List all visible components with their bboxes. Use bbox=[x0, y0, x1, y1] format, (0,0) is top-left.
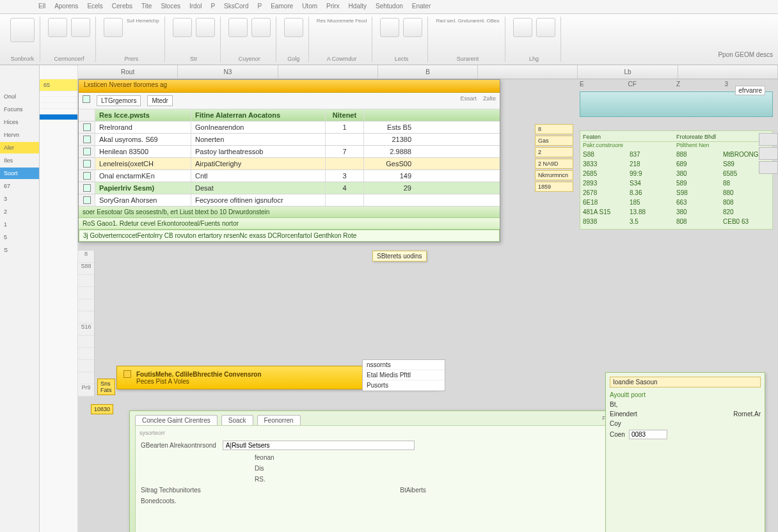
field-label: GBearten Alrekaontnrsond bbox=[141, 442, 216, 449]
conv-side: SnsFats bbox=[97, 379, 115, 395]
tab[interactable]: Hdalty bbox=[349, 3, 367, 13]
ribbon-btn[interactable] bbox=[513, 18, 532, 37]
ribbon-btn[interactable] bbox=[196, 18, 215, 37]
dialog-tab[interactable]: Soack bbox=[221, 415, 253, 425]
ribbon-btn[interactable] bbox=[48, 18, 67, 37]
table-icon bbox=[83, 95, 90, 103]
ribbon-btn[interactable] bbox=[380, 18, 399, 37]
warning-icon bbox=[123, 370, 131, 378]
tab[interactable]: Ecels bbox=[87, 3, 102, 13]
grid-row[interactable]: 268599:93806585 bbox=[583, 169, 770, 178]
tab[interactable]: P bbox=[210, 3, 215, 13]
tab[interactable]: P bbox=[257, 3, 262, 13]
row-numbers: 8S88 S16Pr9 bbox=[78, 251, 95, 396]
ribbon-btn[interactable] bbox=[228, 18, 248, 37]
table-row[interactable]: SoryGran AhorsenFecysoore ofitinen igsnu… bbox=[79, 194, 500, 207]
right-data: E CF Z 3 efrvanre 8 Gas 2 2 NA9D Nkrrorm… bbox=[535, 79, 778, 367]
grid-row[interactable]: 3833218689S89 bbox=[583, 159, 770, 169]
table-row[interactable]: Papierlriv Sesm)Desat429 bbox=[79, 182, 500, 194]
dialog-tab[interactable]: Conclee Gaint Cirentres bbox=[135, 415, 218, 425]
table-row[interactable]: Lenelreis(oxetCHAirpatiCterighyGesS00 bbox=[79, 158, 500, 170]
ribbon-btn[interactable] bbox=[251, 18, 271, 37]
dialog: Conclee Gaint Cirentres Soack Feonorren … bbox=[129, 411, 654, 532]
ribbon: Sonbrork Cermoncerf Sof HemetchpPrers St… bbox=[0, 14, 778, 65]
right-tabs bbox=[759, 133, 778, 175]
drop-list[interactable]: nssornts Etal Miedis Pfttl Pusorts bbox=[362, 359, 445, 391]
ribbon-tabs: Ell Aporens Ecels Cerebs Tite Stoces Ird… bbox=[0, 0, 778, 14]
ribbon-btn[interactable] bbox=[71, 18, 90, 37]
tab[interactable]: Aporens bbox=[54, 3, 78, 13]
panel-title: Ioandie Sasoun bbox=[610, 377, 761, 387]
grid-row[interactable]: 26788.36S98880 bbox=[583, 188, 770, 198]
teal-zone[interactable] bbox=[580, 91, 773, 117]
left-rail: Onol Focuns Hices Hervn Aler Iles Soort … bbox=[0, 65, 40, 532]
tab[interactable]: Eamore bbox=[271, 3, 293, 13]
tab[interactable]: SksCord bbox=[224, 3, 248, 13]
tab[interactable]: Ell bbox=[38, 3, 45, 13]
ribbon-btn[interactable] bbox=[284, 18, 303, 37]
side-col: 65 bbox=[40, 65, 78, 532]
dropdown-1[interactable]: LTGrgemors bbox=[97, 95, 141, 106]
grid-row[interactable]: 481A S1513.88380820 bbox=[583, 207, 770, 217]
search-label: Ppon GEOM descs bbox=[718, 51, 773, 58]
side-item[interactable]: 65 bbox=[40, 79, 77, 91]
ribbon-btn[interactable] bbox=[403, 18, 422, 37]
grid-row[interactable]: S88837888MtBROONG bbox=[583, 150, 770, 159]
side-stack: 8 Gas 2 2 NA9D Nkrrormncn 1859 bbox=[535, 124, 573, 193]
tab[interactable]: Irdol bbox=[189, 3, 202, 13]
green-long-bar[interactable]: 3j GobverterncocetFentolrry CB rovuton e… bbox=[79, 230, 500, 242]
dialog-input[interactable] bbox=[223, 441, 415, 450]
right-panel: Ioandie Sasoun Ayouitt poort Bt, Einende… bbox=[605, 372, 765, 532]
ribbon-btn[interactable] bbox=[10, 18, 35, 42]
table-header: Res lcce.pwsts Fitine Alaterran Aocatons… bbox=[79, 109, 500, 121]
tab[interactable]: Prirx bbox=[326, 3, 340, 13]
grid-row[interactable]: 89383.5808CEB0 63 bbox=[583, 217, 770, 226]
ribbon-btn[interactable] bbox=[173, 18, 192, 37]
zone-input[interactable]: efrvanre bbox=[735, 86, 765, 95]
table-window-title: Lxsticen Nveraer tloromes ag bbox=[79, 80, 500, 93]
green-bar[interactable]: soer Eesotoar Gts seosestn/b, ert Liust … bbox=[79, 207, 500, 218]
ribbon-btn[interactable] bbox=[104, 18, 123, 37]
table-window: Lxsticen Nveraer tloromes ag LTGrgemors … bbox=[78, 79, 500, 242]
table-row[interactable]: RrelrorandGonInearendon1Ests B5 bbox=[79, 121, 500, 134]
dropdown-2[interactable]: Mtedr bbox=[147, 95, 173, 106]
data-grid: FeatenFrotoreate Bhdl Pakr.constroorePti… bbox=[580, 130, 773, 230]
green-bar[interactable]: RoS Gaoo1. Rdetur cevel Erkontorooteal/F… bbox=[79, 218, 500, 230]
ribbon-btn[interactable] bbox=[536, 18, 555, 37]
main-area: Ppon GEOM descs Rout N3 B Lb 8S88 S16Pr9… bbox=[78, 65, 778, 532]
column-headers: Rout N3 B Lb bbox=[78, 65, 778, 79]
dialog-tab[interactable]: Feonorren bbox=[257, 415, 301, 425]
tab[interactable]: Cerebs bbox=[112, 3, 132, 13]
tooltip-popup: SBterets uodins bbox=[372, 251, 427, 262]
panel-input[interactable] bbox=[629, 430, 667, 439]
tab[interactable]: Tite bbox=[141, 3, 152, 13]
tab[interactable]: Utom bbox=[302, 3, 317, 13]
table-row[interactable]: Onal enctarmKEnCntl3149 bbox=[79, 170, 500, 182]
table-row[interactable]: Akal usyroms. S69Nonerten21380 bbox=[79, 134, 500, 146]
conv-num: 10830 bbox=[91, 404, 113, 414]
table-row[interactable]: Henilean 83500Pastoy lartheatressob72.98… bbox=[79, 146, 500, 158]
grid-row[interactable]: 2893S3458988 bbox=[583, 178, 770, 188]
field-label: Sitrag Techbunitortes bbox=[141, 487, 201, 494]
tab[interactable]: Stoces bbox=[161, 3, 180, 13]
tab[interactable]: Sehtudon bbox=[376, 3, 403, 13]
tab[interactable]: Enater bbox=[412, 3, 431, 13]
grid-row[interactable]: 6E18185663808 bbox=[583, 198, 770, 207]
